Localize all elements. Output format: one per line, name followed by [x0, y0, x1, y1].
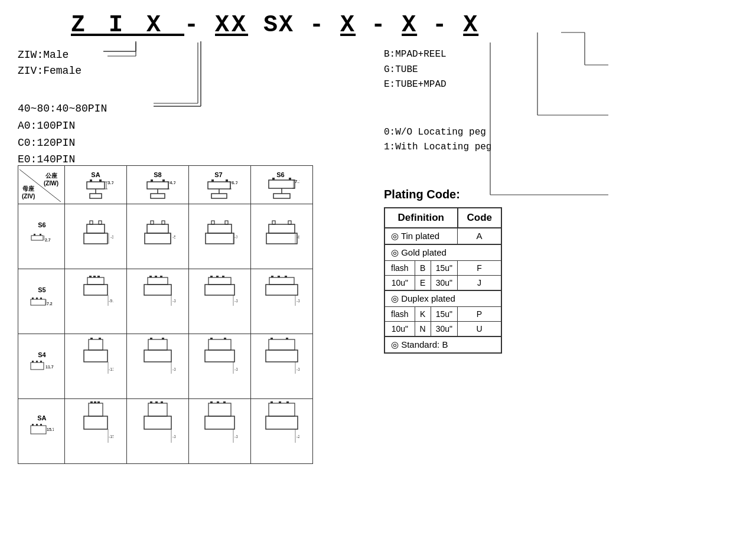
svg-rect-125 [208, 339, 231, 350]
svg-rect-108 [31, 362, 44, 370]
table-row-s4: S4 11.7 [18, 334, 313, 399]
gold-flash-label: flash [384, 260, 415, 275]
svg-rect-142 [89, 403, 103, 416]
gold-flash-code: B [415, 260, 431, 275]
svg-rect-114 [90, 338, 93, 339]
svg-rect-166 [286, 401, 289, 403]
cell-s4-s7: -15.0 [188, 334, 250, 399]
svg-rect-101 [269, 277, 294, 285]
right-section: B:MPAD+REEL G:TUBE E:TUBE+MPAD 0:W/O Loc… [348, 12, 738, 537]
plating-row-tin: ◎ Tin plated A [384, 228, 501, 244]
svg-rect-98 [205, 285, 234, 295]
plating-header-code: Code [458, 208, 502, 228]
svg-rect-143 [90, 401, 93, 403]
cell-s5-sa: -9.0 [64, 269, 126, 334]
svg-text:15.7: 15.7 [47, 427, 54, 432]
svg-text:-15.7: -15.7 [109, 434, 113, 439]
duplex-10u-code: N [415, 321, 431, 336]
svg-text:-12.0: -12.0 [296, 299, 299, 303]
svg-text:-17.0: -17.0 [172, 434, 175, 439]
diagonal-header-cell: 公座(ZIW) 母座(ZIV) [19, 169, 61, 202]
svg-rect-159 [223, 401, 226, 403]
gold-30u-code: J [458, 275, 502, 290]
table-row-s5: S5 7.2 [18, 269, 313, 334]
plating-section: Plating Code: Definition Code ◎ Tin plat… [384, 188, 738, 354]
svg-rect-95 [210, 276, 213, 277]
svg-rect-144 [94, 401, 96, 403]
svg-rect-105 [266, 285, 298, 295]
svg-rect-110 [36, 361, 38, 362]
svg-rect-151 [155, 401, 158, 403]
svg-text:11.7: 11.7 [45, 365, 54, 369]
svg-rect-153 [144, 416, 171, 429]
svg-rect-74 [31, 299, 45, 305]
plating-table: Definition Code ◎ Tin plated A [384, 207, 502, 354]
svg-rect-115 [99, 338, 101, 339]
svg-rect-146 [84, 416, 107, 429]
plating-row-gold-header: ◎ Gold plated [384, 244, 501, 261]
svg-text:-20.0: -20.0 [296, 434, 299, 439]
svg-rect-138 [32, 424, 34, 426]
packaging-code-g: G:TUBE [384, 63, 738, 78]
cell-s4-s8: -14.0 [126, 334, 188, 399]
cell-sa-sa: -15.7 [64, 399, 126, 464]
row-label-s4: S4 11.7 [18, 334, 65, 399]
left-section: Z I X - XX SX - X - X - X ZIW:Male ZIV:F… [18, 12, 348, 537]
svg-text:-14.0: -14.0 [172, 367, 175, 371]
svg-rect-165 [279, 401, 281, 403]
gold-10u-code: E [415, 275, 431, 290]
cell-sa-s8: -17.0 [126, 399, 188, 464]
duplex-30u-label: 30u" [431, 321, 457, 336]
svg-rect-87 [148, 277, 168, 285]
svg-rect-156 [208, 403, 231, 416]
duplex-15u-code: P [458, 306, 502, 321]
gold-plated-label: ◎ Gold plated [384, 244, 501, 261]
locating-codes-block: 0:W/O Locating peg 1:With Locating peg [384, 125, 738, 155]
duplex-10u-label: 10u" [384, 321, 415, 336]
svg-rect-102 [271, 276, 273, 277]
svg-rect-131 [269, 339, 295, 350]
svg-rect-111 [40, 361, 42, 362]
plating-row-gold-1: flash B 15u" F [384, 260, 501, 275]
locating-code-0: 0:W/O Locating peg [384, 125, 738, 140]
svg-rect-76 [36, 298, 38, 299]
plating-header-definition: Definition [384, 208, 458, 228]
svg-rect-157 [210, 401, 213, 403]
svg-rect-88 [149, 276, 152, 277]
svg-text:-10.0: -10.0 [172, 299, 175, 303]
packaging-code-e: E:TUBE+MPAD [384, 77, 738, 93]
svg-rect-132 [271, 338, 273, 339]
svg-rect-137 [31, 426, 46, 434]
svg-rect-134 [266, 350, 298, 362]
svg-rect-149 [148, 403, 167, 416]
svg-rect-97 [222, 276, 224, 277]
gold-10u-label: 10u" [384, 275, 415, 290]
svg-rect-163 [269, 403, 295, 416]
plating-title: Plating Code: [384, 188, 738, 201]
svg-rect-84 [84, 285, 107, 295]
plating-row-duplex-2: 10u" N 30u" U [384, 321, 501, 336]
cell-s5-s7: -11.0 [188, 269, 250, 334]
svg-rect-158 [217, 401, 219, 403]
svg-text:-13.0: -13.0 [109, 367, 113, 371]
col-header-label: 公座(ZIW) [44, 172, 58, 187]
svg-rect-127 [224, 338, 226, 339]
svg-rect-75 [32, 298, 34, 299]
svg-rect-83 [97, 276, 100, 277]
plating-row-gold-2: 10u" E 30u" J [384, 275, 501, 290]
svg-rect-113 [89, 339, 103, 350]
svg-rect-109 [32, 361, 34, 362]
svg-text:-9.0: -9.0 [109, 299, 113, 303]
svg-rect-160 [205, 416, 234, 429]
svg-text:7.2: 7.2 [47, 302, 53, 306]
svg-rect-80 [87, 277, 104, 285]
svg-rect-139 [36, 424, 38, 426]
svg-rect-133 [286, 338, 288, 339]
row-label-sa: SA 15.7 [18, 399, 65, 464]
svg-rect-167 [266, 416, 298, 429]
duplex-flash-code: K [415, 306, 431, 321]
packaging-code-b: B:MPAD+REEL [384, 47, 738, 63]
cell-s5-s6: -12.0 [250, 269, 312, 334]
svg-rect-81 [89, 276, 92, 277]
duplex-flash-label: flash [384, 306, 415, 321]
